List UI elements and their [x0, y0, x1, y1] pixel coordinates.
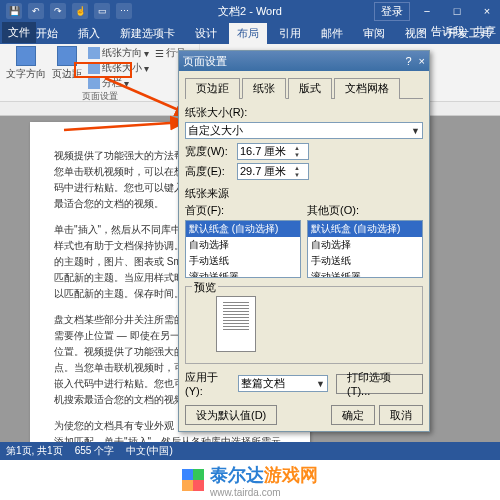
- more-icon[interactable]: ⋯: [116, 3, 132, 19]
- watermark: 泰尔达游戏网 www.tairda.com: [0, 460, 500, 500]
- margins-button[interactable]: 页边距: [52, 46, 82, 90]
- brand-logo-icon: [182, 469, 204, 491]
- tab-references[interactable]: 引用: [271, 23, 309, 44]
- chevron-down-icon: ▼: [411, 126, 420, 136]
- maximize-button[interactable]: □: [444, 0, 470, 22]
- columns-button[interactable]: 分栏 ▾: [88, 76, 149, 90]
- dialog-close-button[interactable]: ×: [419, 55, 425, 67]
- tab-review[interactable]: 审阅: [355, 23, 393, 44]
- tab-insert[interactable]: 插入: [70, 23, 108, 44]
- share-button[interactable]: 共享: [474, 24, 496, 39]
- cancel-button[interactable]: 取消: [379, 405, 423, 425]
- dialog-tabs: 页边距 纸张 版式 文档网格: [185, 77, 423, 99]
- dialog-title: 页面设置: [183, 54, 227, 69]
- ruler-icon[interactable]: ▭: [94, 3, 110, 19]
- apply-to-combo[interactable]: 整篇文档▼: [238, 375, 328, 392]
- apply-to-label: 应用于(Y):: [185, 370, 234, 397]
- ribbon-right: ♀ 告诉我 共享: [420, 24, 496, 39]
- dialog-help-button[interactable]: ?: [405, 55, 411, 67]
- text-direction-button[interactable]: 文字方向: [6, 46, 46, 90]
- preview-area: [192, 291, 416, 357]
- dialog-tab-grid[interactable]: 文档网格: [334, 78, 400, 99]
- orientation-button[interactable]: 纸张方向 ▾: [88, 46, 149, 60]
- word-count[interactable]: 655 个字: [75, 444, 114, 458]
- paper-source-label: 纸张来源: [185, 186, 423, 201]
- first-page-label: 首页(F):: [185, 203, 301, 218]
- login-button[interactable]: 登录: [374, 2, 410, 21]
- tab-layout[interactable]: 布局: [229, 23, 267, 44]
- other-pages-label: 其他页(O):: [307, 203, 423, 218]
- minimize-button[interactable]: −: [414, 0, 440, 22]
- tab-newtab[interactable]: 新建选项卡: [112, 23, 183, 44]
- width-label: 宽度(W):: [185, 144, 233, 159]
- dialog-tab-layout[interactable]: 版式: [288, 78, 332, 99]
- first-page-tray-list[interactable]: 默认纸盒 (自动选择) 自动选择 手动送纸 滚动送纸器: [185, 220, 301, 278]
- tab-mailings[interactable]: 邮件: [313, 23, 351, 44]
- dialog-title-bar[interactable]: 页面设置 ? ×: [179, 51, 429, 71]
- file-tab[interactable]: 文件: [2, 22, 36, 43]
- page-setup-dialog: 页面设置 ? × 页边距 纸张 版式 文档网格 纸张大小(R): 自定义大小▼ …: [178, 50, 430, 432]
- redo-icon[interactable]: ↷: [50, 3, 66, 19]
- page-status[interactable]: 第1页, 共1页: [6, 444, 63, 458]
- height-input[interactable]: 29.7 厘米▲▼: [237, 163, 309, 180]
- title-bar: 💾 ↶ ↷ ☝ ▭ ⋯ 文档2 - Word 登录 − □ ×: [0, 0, 500, 22]
- language-status[interactable]: 中文(中国): [126, 444, 173, 458]
- width-input[interactable]: 16.7 厘米▲▼: [237, 143, 309, 160]
- preview-page-icon: [216, 296, 256, 352]
- quick-access-toolbar: 💾 ↶ ↷ ☝ ▭ ⋯: [0, 3, 138, 19]
- dialog-tab-margins[interactable]: 页边距: [185, 78, 240, 99]
- spinner-icon[interactable]: ▲▼: [294, 165, 306, 179]
- undo-icon[interactable]: ↶: [28, 3, 44, 19]
- chevron-down-icon: ▼: [316, 379, 325, 389]
- paper-size-combo[interactable]: 自定义大小▼: [185, 122, 423, 139]
- page-setup-group-label: 页面设置: [82, 90, 118, 103]
- spinner-icon[interactable]: ▲▼: [294, 145, 306, 159]
- ok-button[interactable]: 确定: [331, 405, 375, 425]
- paper-size-label: 纸张大小(R):: [185, 105, 423, 120]
- dialog-tab-paper[interactable]: 纸张: [242, 78, 286, 99]
- print-options-button[interactable]: 打印选项(T)...: [336, 374, 423, 394]
- close-button[interactable]: ×: [474, 0, 500, 22]
- size-button[interactable]: 纸张大小 ▾: [88, 61, 149, 75]
- window-title: 文档2 - Word: [218, 4, 282, 19]
- other-pages-tray-list[interactable]: 默认纸盒 (自动选择) 自动选择 手动送纸 滚动送纸器: [307, 220, 423, 278]
- tab-design[interactable]: 设计: [187, 23, 225, 44]
- height-label: 高度(E):: [185, 164, 233, 179]
- preview-label: 预览: [192, 280, 218, 295]
- tell-me[interactable]: ♀ 告诉我: [420, 24, 464, 39]
- touch-icon[interactable]: ☝: [72, 3, 88, 19]
- set-default-button[interactable]: 设为默认值(D): [185, 405, 277, 425]
- save-icon[interactable]: 💾: [6, 3, 22, 19]
- status-bar: 第1页, 共1页 655 个字 中文(中国): [0, 442, 500, 460]
